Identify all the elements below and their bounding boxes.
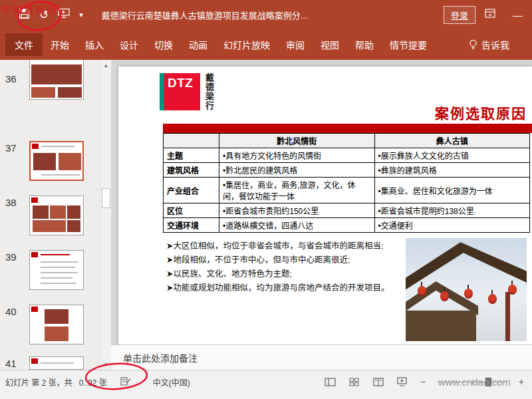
- watermark-site-url: www.cndao.com: [438, 376, 511, 388]
- normal-view-icon: [325, 378, 336, 386]
- table-cell: •道路纵横交错，四通八达: [219, 218, 375, 233]
- slide-counter-prefix: 幻灯片 第 2 张，共: [5, 376, 72, 388]
- row-label: 主题: [164, 148, 219, 163]
- comparison-table[interactable]: 黔北风情街 彝人古镇 主题 •具有地方文化特色的风情街 •展示彝族人文文化的古镇…: [163, 133, 530, 233]
- red-lantern: [488, 294, 497, 304]
- table-row: 产业组合 •集居住，商业，商务,旅游，文化，休闲，餐饮功能于一体 •集商业、居住…: [164, 178, 530, 203]
- start-slideshow-button[interactable]: [58, 8, 70, 21]
- slide-thumbnail[interactable]: [29, 141, 84, 181]
- ribbon-tab-bar: 文件 开始 插入 设计 切换 动画 幻灯片放映 审阅 视图 帮助 情节提要 告诉…: [0, 29, 532, 60]
- table-cell: •集商业、居住和文化旅游为一体: [374, 178, 530, 203]
- zoom-out-button[interactable]: −: [420, 376, 426, 387]
- table-cell: •具有地方文化特色的风情街: [219, 148, 375, 163]
- tab-file[interactable]: 文件: [5, 33, 43, 56]
- ancient-town-photo[interactable]: [406, 238, 527, 341]
- tab-transitions[interactable]: 切换: [146, 33, 181, 56]
- slide-title[interactable]: 案例选取原因: [435, 102, 527, 122]
- row-label: 建筑风格: [164, 163, 219, 178]
- minimize-button[interactable]: —: [513, 9, 523, 21]
- language-indicator[interactable]: 中文(中国): [153, 376, 190, 388]
- watermark-site-name: 中国道标网: [1, 2, 58, 15]
- table-cell: •彝族的建筑风格: [374, 163, 530, 178]
- title-underline-band: [163, 124, 532, 133]
- login-button[interactable]: 登录: [444, 6, 475, 24]
- slide-counter-value: 0..92 张: [78, 376, 108, 388]
- slide-sorter-icon: [349, 378, 359, 386]
- notes-placeholder[interactable]: 单击此处添加备注: [111, 345, 532, 364]
- red-lantern: [418, 286, 426, 296]
- tab-design[interactable]: 设计: [112, 33, 146, 56]
- slide-sorter-button[interactable]: [348, 377, 360, 386]
- window-controls: —: [485, 9, 523, 21]
- proofing-icon: [120, 376, 130, 386]
- building-shape: [406, 311, 476, 342]
- table-cell: •距省会城市贵阳约150公里: [219, 203, 375, 218]
- slide-number: 38: [5, 197, 23, 208]
- table-cell: •距省会城市昆明约138公里: [374, 203, 530, 218]
- tab-insert[interactable]: 插入: [77, 33, 112, 56]
- scroll-down-button[interactable]: ▼: [100, 359, 112, 370]
- slide-thumbnail-pane: 36 37 38: [0, 60, 100, 370]
- slide-number: 40: [5, 306, 23, 317]
- table-header-row: 黔北风情街 彝人古镇: [164, 134, 530, 148]
- bullet-list[interactable]: ➤大区位相似，均位于非省会城市，与省会城市的距离相当; ➤地段相似，不位于市中心…: [166, 239, 404, 295]
- bullet-item: ➤地段相似，不位于市中心，但与市中心距离很近;: [166, 253, 404, 267]
- slide-number: 39: [5, 251, 23, 263]
- red-lantern: [440, 291, 449, 301]
- dtz-logo: DTZ 戴德梁行: [160, 73, 215, 110]
- reading-view-button[interactable]: [372, 377, 384, 386]
- table-cell: •黔北居民的建筑风格: [219, 163, 375, 178]
- status-left: 幻灯片 第 2 张，共 0..92 张 中文(中国): [5, 376, 190, 388]
- row-label: 区位: [164, 203, 219, 218]
- bullet-item: ➤功能或规划功能相似，均为旅游与房地产结合的开发项目。: [166, 281, 404, 295]
- tab-slideshow[interactable]: 幻灯片放映: [215, 33, 278, 56]
- scrollbar-thumb[interactable]: [102, 188, 110, 208]
- zoom-in-button[interactable]: +: [519, 376, 524, 387]
- table-row: 交通环境 •道路纵横交错，四通八达 •交通便利: [164, 218, 530, 233]
- customize-quick-access-button[interactable]: ▾: [79, 11, 83, 19]
- ribbon-display-icon: [485, 9, 495, 18]
- scroll-up-button[interactable]: ▲: [100, 60, 112, 70]
- logo-green-bar: [160, 73, 164, 110]
- slide-canvas[interactable]: DTZ 戴德梁行 案例选取原因 黔北风情街 彝人古镇 主题 •具有地方文化特色的…: [118, 66, 532, 344]
- slide-number: 36: [5, 73, 23, 84]
- slide-thumbnail[interactable]: [29, 356, 84, 370]
- tab-home[interactable]: 开始: [43, 33, 77, 56]
- thumbnail-scrollbar[interactable]: ▲ ▼: [100, 60, 111, 370]
- bullet-item: ➤大区位相似，均位于非省会城市，与省会城市的距离相当;: [166, 239, 404, 253]
- lightbulb-icon: [469, 39, 477, 50]
- slide-thumbnail[interactable]: [29, 196, 84, 235]
- slideshow-icon: [58, 8, 70, 19]
- table-header: 黔北风情街: [219, 134, 375, 148]
- tab-storyboard[interactable]: 情节提要: [382, 33, 435, 56]
- table-cell: •集居住，商业，商务,旅游，文化，休闲，餐饮功能于一体: [219, 178, 375, 203]
- tab-animations[interactable]: 动画: [181, 33, 215, 56]
- red-lantern: [464, 289, 473, 299]
- tell-me-label: 告诉我: [481, 38, 509, 51]
- table-row: 建筑风格 •黔北居民的建筑风格 •彝族的建筑风格: [164, 163, 530, 178]
- tell-me-box[interactable]: 告诉我: [469, 38, 509, 51]
- pillar-shape: [505, 292, 510, 341]
- ribbon-display-options-button[interactable]: [485, 9, 495, 21]
- table-header-empty: [164, 134, 219, 148]
- slideshow-view-icon: [397, 377, 407, 386]
- slide-thumbnail[interactable]: [29, 60, 84, 100]
- slide-thumbnail[interactable]: [29, 305, 84, 344]
- table-cell: •展示彝族人文文化的古镇: [374, 148, 530, 163]
- table-row: 主题 •具有地方文化特色的风情街 •展示彝族人文文化的古镇: [164, 148, 530, 163]
- slideshow-view-button[interactable]: [396, 377, 408, 386]
- logo-letters: DTZ: [164, 73, 200, 110]
- tab-help[interactable]: 帮助: [347, 33, 382, 56]
- normal-view-button[interactable]: [325, 377, 336, 386]
- table-header: 彝人古镇: [374, 134, 530, 148]
- tab-view[interactable]: 视图: [313, 33, 347, 56]
- bullet-item: ➤以民族、文化、地方特色为主题;: [166, 267, 404, 281]
- tab-review[interactable]: 审阅: [278, 33, 313, 56]
- powerpoint-window: ↺ ▾ 戴德梁行云南楚雄彝人古镇旅游项目发展战略案例分... 登录: [0, 0, 532, 399]
- row-label: 产业组合: [164, 178, 219, 203]
- table-row: 区位 •距省会城市贵阳约150公里 •距省会城市昆明约138公里: [164, 203, 530, 218]
- title-bar: ↺ ▾ 戴德梁行云南楚雄彝人古镇旅游项目发展战略案例分... 登录: [0, 0, 532, 29]
- notes-pane[interactable]: 单击此处添加备注: [111, 344, 532, 370]
- slide-thumbnail[interactable]: [29, 250, 84, 290]
- proofing-button[interactable]: [120, 376, 130, 388]
